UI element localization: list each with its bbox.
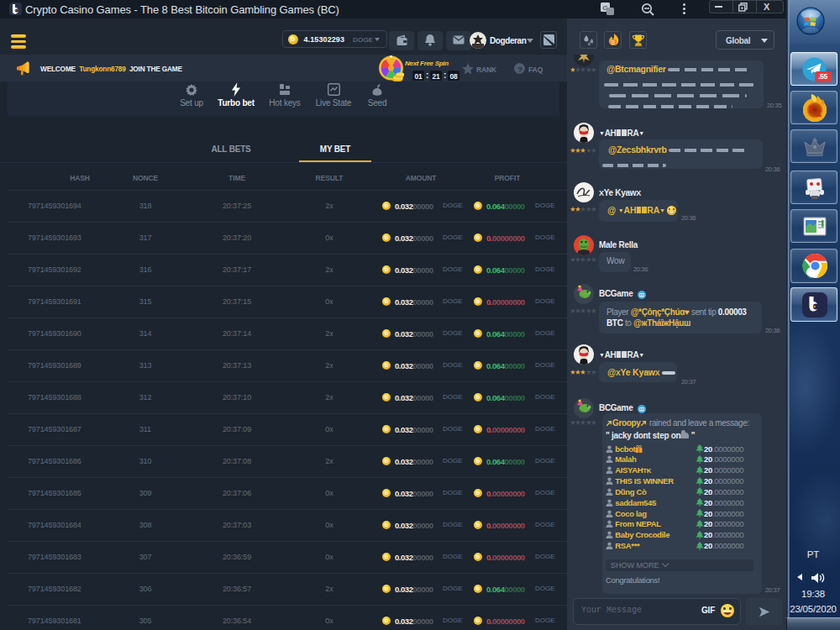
svg-text:B: B [612, 39, 616, 45]
